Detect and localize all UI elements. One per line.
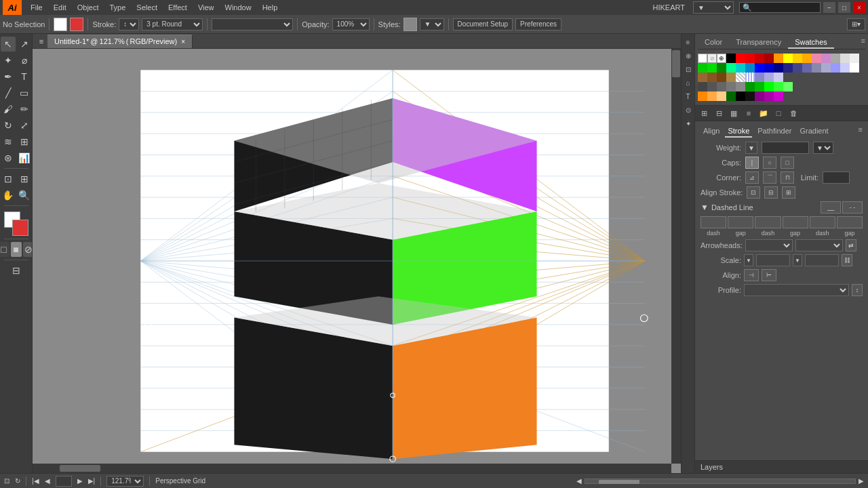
zoom-tool[interactable]: 🔍 xyxy=(17,188,32,203)
v-scrollbar[interactable] xyxy=(671,49,681,464)
swatch-green[interactable] xyxy=(698,63,707,73)
swatch-orange[interactable] xyxy=(774,54,783,63)
search-input[interactable] xyxy=(739,2,821,13)
menu-effect[interactable]: Effect xyxy=(163,2,192,13)
next-btn[interactable]: ▶ xyxy=(77,477,83,485)
artboards-tool[interactable]: ⊟ xyxy=(9,263,24,278)
hikeart-select[interactable]: ▼ xyxy=(693,1,734,14)
type-tool[interactable]: T xyxy=(17,69,32,84)
swatch-lightblue[interactable] xyxy=(840,63,850,73)
swatch-maroon[interactable] xyxy=(717,73,726,82)
swatch-amber[interactable] xyxy=(802,54,812,63)
swatch-periwinkle[interactable] xyxy=(821,63,831,73)
butt-cap[interactable]: | xyxy=(745,157,759,169)
canvas-icon[interactable]: ⊡ xyxy=(4,477,9,485)
swatch-magenta[interactable] xyxy=(755,92,764,101)
swatch-lightgray[interactable] xyxy=(840,54,850,63)
canvas-tab[interactable]: Untitled-1* @ 121.7% ( RGB/Preview ) × xyxy=(47,35,193,48)
swatch-cyan[interactable] xyxy=(736,63,745,73)
arrow-end-select[interactable] xyxy=(795,239,843,251)
swatch-peach[interactable] xyxy=(717,92,726,101)
styles-color[interactable] xyxy=(403,18,417,31)
pattern-mode[interactable]: ⊘ xyxy=(23,242,33,257)
swatch-black3[interactable] xyxy=(745,92,755,101)
swatch-pink[interactable] xyxy=(812,54,821,63)
swatch-fuchsia[interactable] xyxy=(774,92,783,101)
panel-tool-7[interactable]: ✦ xyxy=(683,118,694,129)
swatch-c2[interactable] xyxy=(764,73,774,82)
swatch-g2[interactable] xyxy=(707,63,717,73)
swatch-black2[interactable] xyxy=(736,92,745,101)
icon-link[interactable]: ⊟ xyxy=(713,107,725,119)
align-center[interactable]: ⊡ xyxy=(747,186,760,199)
line-tool[interactable]: ╱ xyxy=(1,85,16,100)
swatch-navy[interactable] xyxy=(764,63,774,73)
round-cap[interactable]: ○ xyxy=(763,157,776,169)
swatch-r2[interactable] xyxy=(745,54,755,63)
swatch-dark4[interactable] xyxy=(726,82,736,92)
scroll-right[interactable]: ▶ xyxy=(859,477,864,485)
arrow-start-select[interactable] xyxy=(745,239,793,251)
canvas-container[interactable] xyxy=(33,49,681,473)
swatch-gray[interactable] xyxy=(831,54,840,63)
free-transform-tool[interactable]: ⊞ xyxy=(17,134,32,149)
icon-folder[interactable]: 📁 xyxy=(757,107,770,119)
menu-view[interactable]: View xyxy=(193,2,219,13)
stroke-weight-select[interactable]: 3 pt. Round xyxy=(142,18,203,30)
swatch-lightorange[interactable] xyxy=(707,92,717,101)
swatch-dark1[interactable] xyxy=(698,82,707,92)
tab-pathfinder[interactable]: Pathfinder xyxy=(755,125,794,138)
symbol-sprayer-tool[interactable]: ⊛ xyxy=(1,150,16,165)
swatch-violet[interactable] xyxy=(793,63,802,73)
swatch-sienna[interactable] xyxy=(707,73,717,82)
prev-page[interactable]: |◀ xyxy=(32,477,39,485)
menu-object[interactable]: Object xyxy=(73,2,104,13)
zoom-select[interactable]: 121.7% xyxy=(106,476,144,487)
background-color[interactable] xyxy=(12,220,28,236)
tab-swatches[interactable]: Swatches xyxy=(788,37,834,49)
swatch-dark2[interactable] xyxy=(707,82,717,92)
brush-select[interactable] xyxy=(212,18,293,30)
swatch-indigo[interactable] xyxy=(783,63,793,73)
swatch-blue[interactable] xyxy=(745,63,755,73)
swatch-c1[interactable] xyxy=(755,73,764,82)
artboard-tool[interactable]: ⊡ xyxy=(1,171,16,186)
swatch[interactable] xyxy=(698,54,707,63)
tab-color[interactable]: Color xyxy=(698,37,729,49)
tab-close[interactable]: × xyxy=(181,38,185,45)
align-outside[interactable]: ⊞ xyxy=(782,186,795,199)
arrange-button[interactable]: ⊞▾ xyxy=(847,18,865,30)
icon-grid-small[interactable]: ⊞ xyxy=(698,107,710,119)
tab-align[interactable]: Align xyxy=(701,125,722,138)
miter-join[interactable]: ⊿ xyxy=(745,171,759,184)
h-scroll-track[interactable] xyxy=(585,479,856,484)
swatch-brown[interactable] xyxy=(698,73,707,82)
selection-tool[interactable]: ↖ xyxy=(1,37,16,52)
v-scroll-thumb[interactable] xyxy=(672,50,680,77)
profile-select[interactable] xyxy=(744,284,849,296)
close-button[interactable]: × xyxy=(853,2,865,13)
column-graph-tool[interactable]: 📊 xyxy=(17,150,32,165)
align-inside[interactable]: ⊟ xyxy=(764,186,778,199)
swatch-gold[interactable] xyxy=(793,54,802,63)
dashed-btn-2[interactable]: - - xyxy=(842,201,863,214)
scale1-decrease[interactable]: ▼ xyxy=(744,254,753,266)
tab-transparency[interactable]: Transparency xyxy=(729,37,788,49)
dash2-input[interactable] xyxy=(755,216,781,228)
dash1-input[interactable] xyxy=(701,216,726,228)
swatch-lavender[interactable] xyxy=(821,54,831,63)
h-scroll-thumb2[interactable] xyxy=(599,480,639,484)
swatch-darkblue[interactable] xyxy=(774,63,783,73)
panel-tool-3[interactable]: ⊡ xyxy=(683,64,694,75)
pen-tool[interactable]: ✒ xyxy=(1,69,16,84)
swatch-mint[interactable] xyxy=(726,63,736,73)
weight-unit-select[interactable]: ▼ xyxy=(813,142,833,154)
doc-setup-button[interactable]: Document Setup xyxy=(453,18,513,30)
swatch-w2[interactable] xyxy=(850,63,859,73)
menu-type[interactable]: Type xyxy=(105,2,131,13)
align-start[interactable]: ⊣ xyxy=(744,269,759,281)
stroke-panel-options[interactable]: ≡ xyxy=(859,125,863,138)
swatch-lavblue[interactable] xyxy=(831,63,840,73)
tab-stroke[interactable]: Stroke xyxy=(725,125,752,138)
panel-tool-6[interactable]: ⊙ xyxy=(683,104,694,115)
